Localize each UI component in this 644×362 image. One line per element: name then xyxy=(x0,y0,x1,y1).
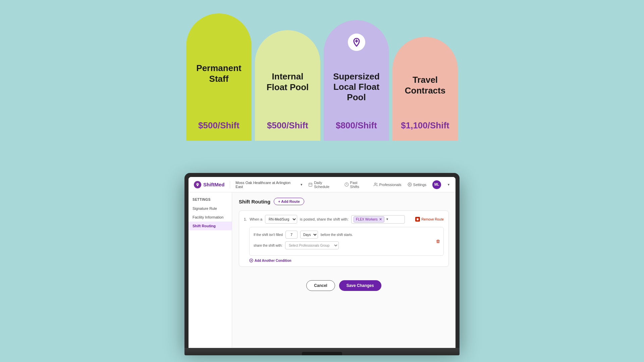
app-body: Settings Signature Rule Facility Informa… xyxy=(189,192,455,348)
facility-chevron-icon: ▼ xyxy=(300,183,303,186)
route-number: 1. xyxy=(244,217,247,221)
chip-remove-icon[interactable]: ✕ xyxy=(379,217,382,222)
user-initials: ML xyxy=(434,183,439,186)
shift-routing-title: Shift Routing xyxy=(239,199,270,204)
professionals-group-select[interactable]: Select Professionals Group xyxy=(285,241,339,249)
svg-rect-2 xyxy=(309,183,312,186)
pill-travel-title: TravelContracts xyxy=(405,75,445,96)
pill-supersized-price: $800/Shift xyxy=(336,120,377,131)
shift-routing-header: Shift Routing + Add Route xyxy=(239,198,449,205)
main-content: Shift Routing + Add Route 1. When a RN-M… xyxy=(232,192,455,348)
add-route-label: + Add Route xyxy=(278,199,300,203)
share-label: share the shift with: xyxy=(254,244,282,247)
add-route-button[interactable]: + Add Route xyxy=(274,198,304,205)
remove-route-button[interactable]: Remove Route xyxy=(415,217,444,222)
nav-professionals[interactable]: Professionals xyxy=(374,182,401,187)
sidebar: Settings Signature Rule Facility Informa… xyxy=(189,192,232,348)
pill-travel-price: $1,100/Shift xyxy=(401,120,449,131)
pill-float-price: $500/Shift xyxy=(267,120,308,131)
pill-permanent-price: $500/Shift xyxy=(198,120,239,131)
facility-selector[interactable]: Moss Oak Healthcare at Arlington East ▼ xyxy=(235,181,303,189)
user-avatar[interactable]: ML xyxy=(432,180,441,189)
svg-point-7 xyxy=(374,183,376,184)
add-condition-button[interactable]: Add Another Condition xyxy=(249,258,444,262)
remove-route-icon xyxy=(415,217,420,222)
pill-travel: TravelContracts $1,100/Shift xyxy=(392,37,458,141)
laptop: ShiftMed Moss Oak Healthcare at Arlingto… xyxy=(184,173,460,355)
svg-point-8 xyxy=(409,184,410,185)
sidebar-section-title: Settings xyxy=(189,198,232,204)
laptop-screen: ShiftMed Moss Oak Healthcare at Arlingto… xyxy=(189,177,455,348)
nav-daily-schedule[interactable]: Daily Schedule xyxy=(308,181,338,189)
posted-label: is posted, share the shift with: xyxy=(300,217,348,221)
logo-icon xyxy=(194,181,201,188)
laptop-base xyxy=(184,348,460,355)
pill-float: InternalFloat Pool $500/Shift xyxy=(255,30,320,141)
facility-name: Moss Oak Healthcare at Arlington East xyxy=(235,181,299,189)
condition-delete-button[interactable] xyxy=(435,239,441,244)
days-unit-select[interactable]: Days xyxy=(300,231,318,239)
laptop-notch xyxy=(302,352,342,355)
header-nav: Daily Schedule Past Shifts Professionals… xyxy=(308,180,450,189)
share-with-chevron-icon: ▼ xyxy=(386,218,389,221)
pill-supersized-title: SupersizedLocal FloatPool xyxy=(333,71,380,103)
nav-settings[interactable]: Settings xyxy=(408,182,427,187)
nav-settings-label: Settings xyxy=(413,183,427,187)
app-logo: ShiftMed xyxy=(194,181,230,188)
sidebar-item-shift-routing[interactable]: Shift Routing xyxy=(189,222,232,230)
sidebar-item-signature-rule[interactable]: Signature Rule xyxy=(189,204,232,213)
user-chevron-icon: ▼ xyxy=(447,183,450,186)
sidebar-label-shift-routing: Shift Routing xyxy=(193,224,216,228)
app-header: ShiftMed Moss Oak Healthcare at Arlingto… xyxy=(189,177,455,192)
flex-workers-chip: FLEX Workers ✕ xyxy=(354,216,384,223)
save-button[interactable]: Save Changes xyxy=(339,280,381,291)
pill-section: PermanentStaff $500/Shift InternalFloat … xyxy=(0,0,644,141)
before-label: before the shift starts. xyxy=(321,233,353,237)
pill-permanent: PermanentStaff $500/Shift xyxy=(186,13,252,141)
share-with-container[interactable]: FLEX Workers ✕ ▼ xyxy=(351,215,405,224)
sidebar-label-facility: Facility Information xyxy=(193,215,223,219)
condition-row-2: share the shift with: Select Professiona… xyxy=(254,241,439,249)
route-top-row: 1. When a RN-Med/Surg is posted, share t… xyxy=(244,215,444,224)
action-row: Cancel Save Changes xyxy=(239,280,449,291)
condition-row-1: If the shift isn't filled Days before th… xyxy=(254,231,439,239)
add-condition-label: Add Another Condition xyxy=(255,259,291,262)
nav-past-shifts[interactable]: Past Shifts xyxy=(344,181,368,189)
days-input[interactable] xyxy=(285,231,298,239)
location-icon xyxy=(348,34,365,51)
pill-supersized: SupersizedLocal FloatPool $800/Shift xyxy=(324,20,389,141)
pill-permanent-title: PermanentStaff xyxy=(196,63,241,84)
nav-professionals-label: Professionals xyxy=(379,183,401,187)
if-label: If the shift isn't filled xyxy=(254,233,283,237)
sidebar-item-facility-info[interactable]: Facility Information xyxy=(189,213,232,222)
laptop-screen-border: ShiftMed Moss Oak Healthcare at Arlingto… xyxy=(184,173,460,348)
route-card: 1. When a RN-Med/Surg is posted, share t… xyxy=(239,210,449,267)
app-logo-text: ShiftMed xyxy=(203,182,224,187)
chip-label: FLEX Workers xyxy=(356,218,378,221)
cancel-button[interactable]: Cancel xyxy=(306,280,335,291)
shift-type-select[interactable]: RN-Med/Surg xyxy=(265,215,297,224)
pill-float-title: InternalFloat Pool xyxy=(267,71,309,92)
when-label: When a xyxy=(250,217,262,221)
nav-past-shifts-label: Past Shifts xyxy=(350,181,368,189)
condition-box: If the shift isn't filled Days before th… xyxy=(249,227,444,256)
nav-daily-schedule-label: Daily Schedule xyxy=(314,181,338,189)
sidebar-label-signature: Signature Rule xyxy=(193,206,217,210)
remove-route-label: Remove Route xyxy=(421,218,444,221)
